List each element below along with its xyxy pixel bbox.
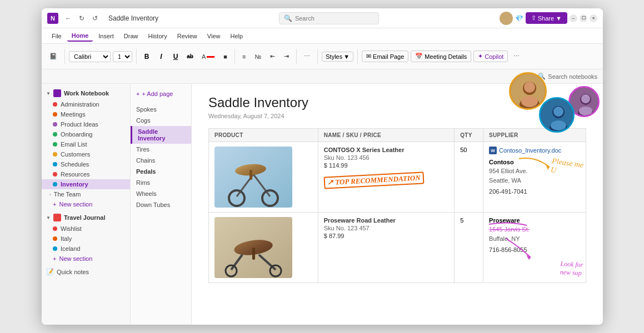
- new-section-travel[interactable]: + New section: [42, 254, 130, 264]
- product-name-2: Proseware Road Leather: [324, 217, 448, 224]
- section-color-admin: [53, 102, 57, 107]
- section-color-product: [53, 122, 57, 127]
- menu-home[interactable]: Home: [67, 31, 93, 42]
- email-page-button[interactable]: ✉ Email Page: [362, 51, 408, 62]
- main-content: ▼ Work Notebook Administration Meetings …: [42, 84, 603, 325]
- menu-help[interactable]: Help: [226, 31, 247, 41]
- menu-review[interactable]: Review: [173, 31, 202, 41]
- sidebar-item-meetings[interactable]: Meetings: [42, 109, 130, 119]
- numbered-list-button[interactable]: №: [251, 51, 264, 62]
- search-input[interactable]: [295, 15, 374, 22]
- menu-file[interactable]: File: [47, 31, 66, 41]
- page-item-wheels[interactable]: Wheels: [131, 188, 191, 199]
- product-name-1: CONTOSO X Series Leather: [324, 147, 448, 153]
- sidebar-item-schedules[interactable]: Schedules: [42, 159, 130, 169]
- supplier-phone-2: 716-856-8055: [489, 246, 580, 253]
- more-ribbon-button[interactable]: ⋯: [510, 51, 523, 62]
- indent-increase-button[interactable]: ⇥: [281, 51, 292, 62]
- user-avatar[interactable]: [500, 12, 513, 25]
- supplier-cell-1: W Contoso_Inventory.doc Contoso 954 Elli…: [483, 142, 586, 213]
- collaborator-avatar-2[interactable]: [539, 97, 575, 133]
- page-item-tires[interactable]: Tires: [131, 144, 191, 155]
- menu-draw[interactable]: Draw: [119, 31, 143, 41]
- top-recommendation-annotation: ↗ TOP RECOMMENDATION: [323, 171, 424, 189]
- sidebar: ▼ Work Notebook Administration Meetings …: [42, 84, 131, 325]
- minimize-button[interactable]: –: [570, 14, 577, 22]
- menu-history[interactable]: History: [143, 31, 171, 41]
- product-sku-2: Sku No. 123 457: [324, 225, 448, 231]
- section-label-product: Product Ideas: [61, 121, 98, 128]
- sidebar-item-customers[interactable]: Customers: [42, 149, 130, 159]
- page-item-pedals[interactable]: Pedals: [131, 166, 191, 177]
- font-color-button[interactable]: A: [198, 51, 218, 62]
- font-size-selector[interactable]: 11: [113, 51, 132, 62]
- font-color-icon: A: [202, 53, 206, 60]
- share-button[interactable]: ⇧ Share ▼: [526, 12, 567, 24]
- italic-button[interactable]: I: [155, 51, 167, 63]
- copilot-icon: ✦: [478, 53, 483, 60]
- undo-button[interactable]: ↺: [89, 13, 101, 24]
- add-page-button[interactable]: + + Add page: [131, 88, 191, 99]
- chevron-down-icon: ▼: [46, 91, 51, 96]
- ribbon-sep-4: [296, 49, 297, 64]
- new-notebook-button[interactable]: 📓: [46, 51, 61, 62]
- page-item-rims[interactable]: Rims: [131, 177, 191, 188]
- indent-decrease-button[interactable]: ⇤: [267, 51, 278, 62]
- styles-button[interactable]: Styles ▼: [322, 52, 353, 62]
- quick-notes[interactable]: 📝 Quick notes: [42, 266, 130, 278]
- more-options-button[interactable]: ⋯: [301, 51, 313, 62]
- section-color-customers: [53, 152, 57, 157]
- sidebar-item-wishlist[interactable]: Wishlist: [42, 224, 130, 234]
- page-item-chains[interactable]: Chains: [131, 155, 191, 166]
- highlight-button[interactable]: ■: [220, 51, 231, 62]
- sidebar-item-administration[interactable]: Administration: [42, 99, 130, 109]
- new-section-work[interactable]: + New section: [42, 199, 130, 209]
- supplier-doc-link-1[interactable]: W Contoso_Inventory.doc: [489, 147, 580, 154]
- sidebar-item-resources[interactable]: Resources: [42, 169, 130, 179]
- page-item-cogs[interactable]: Cogs: [131, 115, 191, 126]
- strikethrough-button[interactable]: ab: [184, 51, 196, 63]
- close-button[interactable]: ×: [590, 14, 597, 22]
- page-item-spokes[interactable]: Spokes: [131, 104, 191, 115]
- section-label-schedules: Schedules: [61, 161, 89, 168]
- menu-insert[interactable]: Insert: [94, 31, 118, 41]
- menu-view[interactable]: View: [203, 31, 225, 41]
- section-label-iceland: Iceland: [61, 245, 80, 252]
- title-search[interactable]: 🔍: [279, 12, 379, 24]
- sidebar-item-email-list[interactable]: Email List: [42, 139, 130, 149]
- group-label-team: The Team: [54, 191, 81, 198]
- chevron-down-icon: ▼: [343, 53, 350, 60]
- sidebar-item-italy[interactable]: Italy: [42, 234, 130, 244]
- table-row: CONTOSO X Series Leather Sku No. 123 456…: [209, 142, 586, 213]
- section-color-email: [53, 142, 57, 147]
- new-section-label: New section: [59, 201, 92, 208]
- copilot-button[interactable]: ✦ Copilot: [473, 51, 508, 62]
- sidebar-notebook-work[interactable]: ▼ Work Notebook: [42, 87, 130, 99]
- page-item-down-tubes[interactable]: Down Tubes: [131, 199, 191, 210]
- collaborator-avatar-1[interactable]: [509, 72, 547, 110]
- back-button[interactable]: ←: [63, 13, 74, 24]
- bullets-button[interactable]: ≡: [239, 51, 249, 62]
- forward-button[interactable]: ↻: [76, 13, 87, 24]
- section-label-email: Email List: [61, 141, 87, 148]
- col-product: PRODUCT: [209, 129, 318, 142]
- sidebar-item-product-ideas[interactable]: Product Ideas: [42, 119, 130, 129]
- font-selector[interactable]: Calibri: [69, 51, 111, 62]
- meeting-details-button[interactable]: 📅 Meeting Details: [411, 51, 471, 62]
- notebook-search[interactable]: 🔍 Search notebooks: [538, 73, 597, 80]
- sidebar-group-team[interactable]: › The Team: [42, 189, 130, 199]
- sidebar-item-onboarding[interactable]: Onboarding: [42, 129, 130, 139]
- onenote-logo-icon: N: [47, 13, 58, 24]
- col-supplier: SUPPLIER: [483, 129, 586, 142]
- maximize-button[interactable]: ☐: [580, 14, 587, 22]
- page-item-saddle[interactable]: Saddle Inventory: [131, 126, 191, 144]
- product-sku-1: Sku No. 123 456: [324, 154, 448, 161]
- bold-button[interactable]: B: [141, 51, 153, 63]
- sidebar-item-iceland[interactable]: Iceland: [42, 244, 130, 254]
- section-label-customers: Customers: [61, 151, 90, 158]
- sidebar-item-inventory[interactable]: Inventory: [42, 179, 130, 189]
- underline-button[interactable]: U: [169, 51, 182, 63]
- share-icon: ⇧: [531, 14, 536, 22]
- sidebar-notebook-travel[interactable]: ▼ Travel Journal: [42, 211, 130, 224]
- title-bar-left: N ← ↻ ↺ Saddle Inventory: [47, 13, 158, 24]
